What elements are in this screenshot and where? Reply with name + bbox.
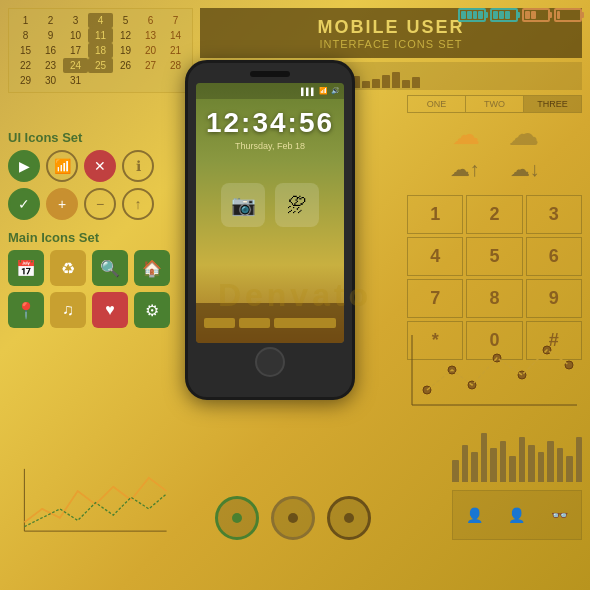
numpad-key-6[interactable]: 6 — [526, 237, 582, 276]
person-head-3: 👓 — [551, 507, 568, 523]
bottom-bar-rect-3 — [274, 318, 336, 328]
main-icons-label: Main Icons Set — [8, 230, 99, 245]
numpad-key-4[interactable]: 4 — [407, 237, 463, 276]
numpad-key-5[interactable]: 5 — [466, 237, 522, 276]
main-icon-grid: 📅 ♻ 🔍 🏠 📍 ♫ ♥ ⚙ — [8, 250, 170, 328]
main-icon-row-2: 📍 ♫ ♥ ⚙ — [8, 292, 170, 328]
bar-chart-br-bar — [452, 460, 459, 483]
phone-time: 12:34:56 — [196, 107, 344, 139]
phone-speaker — [250, 71, 290, 77]
bar-chart-br-bar — [519, 437, 526, 482]
battery-icon-full — [458, 8, 486, 22]
heart-icon[interactable]: ♥ — [92, 292, 128, 328]
add-icon[interactable]: + — [46, 188, 78, 220]
signal-icon: ▌▌▌ — [301, 88, 316, 95]
bar-chart-br-bar — [490, 448, 497, 482]
ui-icon-row-1: ▶ 📶 ✕ ℹ — [8, 150, 154, 182]
cloud-filled-icon: ☁ — [452, 118, 480, 151]
phone-status-bar: ▌▌▌ 📶 🔊 — [196, 83, 344, 99]
cloud-outline-icon: ☁ — [510, 118, 538, 151]
numpad-key-3[interactable]: 3 — [526, 195, 582, 234]
scatter-chart-svg — [407, 330, 582, 410]
phone-mockup: ▌▌▌ 📶 🔊 12:34:56 Thursday, Feb 18 📷 ⛈ — [185, 60, 355, 400]
bar-chart-top-bar — [372, 79, 380, 88]
bar-chart-br-bar — [538, 452, 545, 482]
bar-chart-br-bar — [557, 448, 564, 482]
weather-app-icon[interactable]: ⛈ — [275, 183, 319, 227]
time-display: 12:34:56 Thursday, Feb 18 — [196, 107, 344, 151]
bar-chart-br-bar — [471, 452, 478, 482]
calendar-icon[interactable]: 📅 — [8, 250, 44, 286]
search-icon[interactable]: 🔍 — [92, 250, 128, 286]
bottom-bar-rect-1 — [204, 318, 235, 328]
cd-icon-2[interactable] — [271, 496, 315, 540]
bar-chart-br-bar — [462, 445, 469, 483]
bar-chart-br-bar — [528, 445, 535, 483]
bar-chart-top-bar — [382, 75, 390, 88]
play-icon[interactable]: ▶ — [8, 150, 40, 182]
numpad-key-9[interactable]: 9 — [526, 279, 582, 318]
music-icon[interactable]: ♫ — [50, 292, 86, 328]
check-icon[interactable]: ✓ — [8, 188, 40, 220]
location-icon[interactable]: 📍 — [8, 292, 44, 328]
calendar-table: 123 45 67 8910 1112 1314 151617 1819 202… — [13, 13, 188, 88]
gear-icon[interactable]: ⚙ — [134, 292, 170, 328]
minus-icon[interactable]: − — [84, 188, 116, 220]
cd-icon-3[interactable] — [327, 496, 371, 540]
bar-chart-br-bar — [481, 433, 488, 482]
cd-row — [200, 496, 385, 540]
bar-chart-br-bar — [547, 441, 554, 482]
person-head-1: 👤 — [466, 507, 483, 523]
cloud-upload-icon: ☁↑ — [450, 157, 480, 181]
bar-chart-br-bar — [509, 456, 516, 482]
tab-two[interactable]: TWO — [466, 96, 524, 112]
person-icon-3: 👓 — [551, 507, 568, 523]
sub-title: INTERFACE ICONS SET — [319, 38, 462, 50]
recycle-icon[interactable]: ♻ — [50, 250, 86, 286]
cd-icon-1[interactable] — [215, 496, 259, 540]
phone-screen: ▌▌▌ 📶 🔊 12:34:56 Thursday, Feb 18 📷 ⛈ — [196, 83, 344, 343]
battery-icon-med — [490, 8, 518, 22]
wifi-icon: 📶 — [319, 87, 328, 95]
person-icon-2: 👤 — [508, 507, 525, 523]
bar-chart-top-bar — [392, 72, 400, 88]
person-icon-1: 👤 — [466, 507, 483, 523]
numpad-key-1[interactable]: 1 — [407, 195, 463, 234]
main-title: MOBILE USER — [317, 17, 464, 38]
battery-icon-low — [522, 8, 550, 22]
wifi-ui-icon[interactable]: 📶 — [46, 150, 78, 182]
scatter-chart — [407, 330, 582, 410]
cloud-row-1: ☁ ☁ — [452, 118, 538, 151]
battery-icon-empty — [554, 8, 582, 22]
cloud-row-2: ☁↑ ☁↓ — [450, 157, 540, 181]
person-head-2: 👤 — [508, 507, 525, 523]
cloud-download-icon: ☁↓ — [510, 157, 540, 181]
bar-chart-br-bar — [576, 437, 583, 482]
volume-icon: 🔊 — [331, 87, 340, 95]
home-button[interactable] — [255, 347, 285, 377]
tab-three[interactable]: THREE — [524, 96, 581, 112]
people-row: 👤 👤 👓 — [452, 490, 582, 540]
bar-chart-top-bar — [412, 77, 420, 88]
ui-icon-grid: ▶ 📶 ✕ ℹ ✓ + − ↑ — [8, 150, 154, 220]
bottom-bar-rect-2 — [239, 318, 270, 328]
battery-row — [458, 8, 582, 22]
numpad-key-7[interactable]: 7 — [407, 279, 463, 318]
bar-chart-br-bar — [500, 441, 507, 482]
numpad-key-2[interactable]: 2 — [466, 195, 522, 234]
bar-chart-br-bar — [566, 456, 573, 482]
numpad-key-8[interactable]: 8 — [466, 279, 522, 318]
line-chart-svg — [8, 460, 183, 540]
upload-icon[interactable]: ↑ — [122, 188, 154, 220]
phone-bottom-bar — [196, 303, 344, 343]
close-icon[interactable]: ✕ — [84, 150, 116, 182]
home-icon[interactable]: 🏠 — [134, 250, 170, 286]
bar-chart-top-bar — [402, 80, 410, 88]
tab-one[interactable]: ONE — [408, 96, 466, 112]
bar-chart-top-bar — [362, 81, 370, 88]
line-chart — [8, 460, 183, 540]
info-icon[interactable]: ℹ — [122, 150, 154, 182]
ui-icons-label: UI Icons Set — [8, 130, 82, 145]
app-icons: 📷 ⛈ — [196, 171, 344, 239]
camera-app-icon[interactable]: 📷 — [221, 183, 265, 227]
